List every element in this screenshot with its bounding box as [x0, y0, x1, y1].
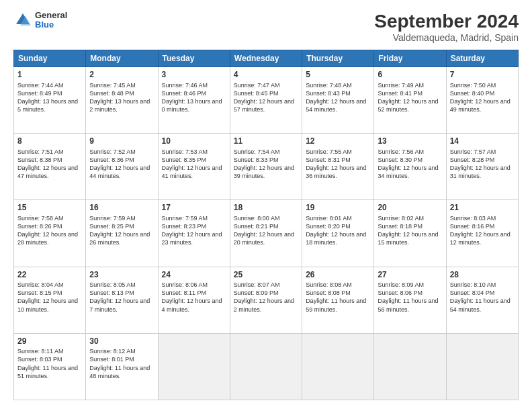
- col-monday: Monday: [86, 50, 158, 67]
- table-row: 27Sunrise: 8:09 AM Sunset: 8:06 PM Dayli…: [374, 267, 446, 333]
- calendar-week-row: 1Sunrise: 7:44 AM Sunset: 8:49 PM Daylig…: [14, 67, 519, 134]
- day-info: Sunrise: 7:51 AM Sunset: 8:38 PM Dayligh…: [17, 148, 82, 181]
- logo: General Blue: [13, 11, 67, 30]
- table-row: [158, 333, 230, 400]
- day-number: 21: [450, 203, 515, 214]
- day-info: Sunrise: 7:58 AM Sunset: 8:26 PM Dayligh…: [17, 214, 82, 247]
- calendar-title: September 2024: [374, 11, 519, 32]
- table-row: 21Sunrise: 8:03 AM Sunset: 8:16 PM Dayli…: [446, 200, 518, 267]
- table-row: 29Sunrise: 8:11 AM Sunset: 8:03 PM Dayli…: [14, 333, 86, 400]
- day-info: Sunrise: 7:52 AM Sunset: 8:36 PM Dayligh…: [89, 148, 154, 181]
- day-number: 27: [378, 270, 442, 281]
- day-info: Sunrise: 7:50 AM Sunset: 8:40 PM Dayligh…: [450, 81, 515, 114]
- day-number: 8: [17, 136, 82, 147]
- col-wednesday: Wednesday: [230, 50, 302, 67]
- calendar-header-row: Sunday Monday Tuesday Wednesday Thursday…: [14, 50, 519, 67]
- table-row: [230, 333, 302, 400]
- logo-blue: Blue: [35, 20, 67, 30]
- day-number: 14: [450, 136, 515, 147]
- logo-text: General Blue: [35, 11, 67, 30]
- day-info: Sunrise: 7:53 AM Sunset: 8:35 PM Dayligh…: [162, 148, 226, 181]
- day-number: 3: [162, 70, 226, 81]
- day-number: 19: [306, 203, 370, 214]
- table-row: 2Sunrise: 7:45 AM Sunset: 8:48 PM Daylig…: [86, 67, 158, 134]
- day-info: Sunrise: 8:00 AM Sunset: 8:21 PM Dayligh…: [234, 214, 298, 247]
- day-number: 30: [89, 336, 154, 347]
- day-number: 9: [89, 136, 154, 147]
- day-info: Sunrise: 7:47 AM Sunset: 8:45 PM Dayligh…: [234, 81, 298, 114]
- day-info: Sunrise: 7:55 AM Sunset: 8:31 PM Dayligh…: [306, 148, 370, 181]
- day-info: Sunrise: 8:09 AM Sunset: 8:06 PM Dayligh…: [378, 281, 442, 314]
- day-info: Sunrise: 8:05 AM Sunset: 8:13 PM Dayligh…: [89, 281, 154, 314]
- table-row: 7Sunrise: 7:50 AM Sunset: 8:40 PM Daylig…: [446, 67, 518, 134]
- day-info: Sunrise: 8:10 AM Sunset: 8:04 PM Dayligh…: [450, 281, 515, 314]
- header: General Blue September 2024 Valdemaqueda…: [13, 11, 519, 43]
- table-row: 22Sunrise: 8:04 AM Sunset: 8:15 PM Dayli…: [14, 267, 86, 333]
- calendar-week-row: 8Sunrise: 7:51 AM Sunset: 8:38 PM Daylig…: [14, 134, 519, 200]
- page: General Blue September 2024 Valdemaqueda…: [0, 0, 532, 411]
- table-row: 19Sunrise: 8:01 AM Sunset: 8:20 PM Dayli…: [302, 200, 374, 267]
- title-block: September 2024 Valdemaqueda, Madrid, Spa…: [374, 11, 519, 43]
- table-row: 3Sunrise: 7:46 AM Sunset: 8:46 PM Daylig…: [158, 67, 230, 134]
- day-info: Sunrise: 7:44 AM Sunset: 8:49 PM Dayligh…: [17, 81, 82, 114]
- day-number: 4: [234, 70, 298, 81]
- calendar-subtitle: Valdemaqueda, Madrid, Spain: [374, 32, 519, 43]
- table-row: 30Sunrise: 8:12 AM Sunset: 8:01 PM Dayli…: [86, 333, 158, 400]
- table-row: 28Sunrise: 8:10 AM Sunset: 8:04 PM Dayli…: [446, 267, 518, 333]
- day-number: 5: [306, 70, 370, 81]
- table-row: 23Sunrise: 8:05 AM Sunset: 8:13 PM Dayli…: [86, 267, 158, 333]
- day-info: Sunrise: 8:12 AM Sunset: 8:01 PM Dayligh…: [89, 347, 154, 380]
- day-number: 10: [162, 136, 226, 147]
- day-number: 15: [17, 203, 82, 214]
- logo-icon: [13, 11, 32, 30]
- day-info: Sunrise: 7:56 AM Sunset: 8:30 PM Dayligh…: [378, 148, 442, 181]
- day-number: 17: [162, 203, 226, 214]
- table-row: 9Sunrise: 7:52 AM Sunset: 8:36 PM Daylig…: [86, 134, 158, 200]
- col-sunday: Sunday: [14, 50, 86, 67]
- day-number: 18: [234, 203, 298, 214]
- day-info: Sunrise: 7:45 AM Sunset: 8:48 PM Dayligh…: [89, 81, 154, 114]
- day-number: 22: [17, 270, 82, 281]
- table-row: 25Sunrise: 8:07 AM Sunset: 8:09 PM Dayli…: [230, 267, 302, 333]
- logo-general: General: [35, 11, 67, 20]
- table-row: 10Sunrise: 7:53 AM Sunset: 8:35 PM Dayli…: [158, 134, 230, 200]
- day-number: 26: [306, 270, 370, 281]
- table-row: [302, 333, 374, 400]
- table-row: 6Sunrise: 7:49 AM Sunset: 8:41 PM Daylig…: [374, 67, 446, 134]
- day-info: Sunrise: 8:03 AM Sunset: 8:16 PM Dayligh…: [450, 214, 515, 247]
- day-info: Sunrise: 7:49 AM Sunset: 8:41 PM Dayligh…: [378, 81, 442, 114]
- day-info: Sunrise: 7:59 AM Sunset: 8:23 PM Dayligh…: [162, 214, 226, 247]
- day-number: 16: [89, 203, 154, 214]
- col-thursday: Thursday: [302, 50, 374, 67]
- day-number: 6: [378, 70, 442, 81]
- table-row: 16Sunrise: 7:59 AM Sunset: 8:25 PM Dayli…: [86, 200, 158, 267]
- day-number: 13: [378, 136, 442, 147]
- table-row: 17Sunrise: 7:59 AM Sunset: 8:23 PM Dayli…: [158, 200, 230, 267]
- table-row: 12Sunrise: 7:55 AM Sunset: 8:31 PM Dayli…: [302, 134, 374, 200]
- table-row: 15Sunrise: 7:58 AM Sunset: 8:26 PM Dayli…: [14, 200, 86, 267]
- table-row: 24Sunrise: 8:06 AM Sunset: 8:11 PM Dayli…: [158, 267, 230, 333]
- day-number: 7: [450, 70, 515, 81]
- col-tuesday: Tuesday: [158, 50, 230, 67]
- calendar-table: Sunday Monday Tuesday Wednesday Thursday…: [13, 50, 519, 400]
- day-info: Sunrise: 8:08 AM Sunset: 8:08 PM Dayligh…: [306, 281, 370, 314]
- day-number: 24: [162, 270, 226, 281]
- day-info: Sunrise: 8:07 AM Sunset: 8:09 PM Dayligh…: [234, 281, 298, 314]
- col-friday: Friday: [374, 50, 446, 67]
- table-row: 13Sunrise: 7:56 AM Sunset: 8:30 PM Dayli…: [374, 134, 446, 200]
- day-number: 1: [17, 70, 82, 81]
- day-number: 11: [234, 136, 298, 147]
- day-info: Sunrise: 7:54 AM Sunset: 8:33 PM Dayligh…: [234, 148, 298, 181]
- day-info: Sunrise: 8:11 AM Sunset: 8:03 PM Dayligh…: [17, 347, 82, 380]
- table-row: [446, 333, 518, 400]
- day-number: 12: [306, 136, 370, 147]
- day-info: Sunrise: 8:02 AM Sunset: 8:18 PM Dayligh…: [378, 214, 442, 247]
- day-info: Sunrise: 8:01 AM Sunset: 8:20 PM Dayligh…: [306, 214, 370, 247]
- day-number: 2: [89, 70, 154, 81]
- table-row: 11Sunrise: 7:54 AM Sunset: 8:33 PM Dayli…: [230, 134, 302, 200]
- calendar-week-row: 15Sunrise: 7:58 AM Sunset: 8:26 PM Dayli…: [14, 200, 519, 267]
- day-info: Sunrise: 8:06 AM Sunset: 8:11 PM Dayligh…: [162, 281, 226, 314]
- day-info: Sunrise: 7:59 AM Sunset: 8:25 PM Dayligh…: [89, 214, 154, 247]
- table-row: 14Sunrise: 7:57 AM Sunset: 8:28 PM Dayli…: [446, 134, 518, 200]
- day-number: 25: [234, 270, 298, 281]
